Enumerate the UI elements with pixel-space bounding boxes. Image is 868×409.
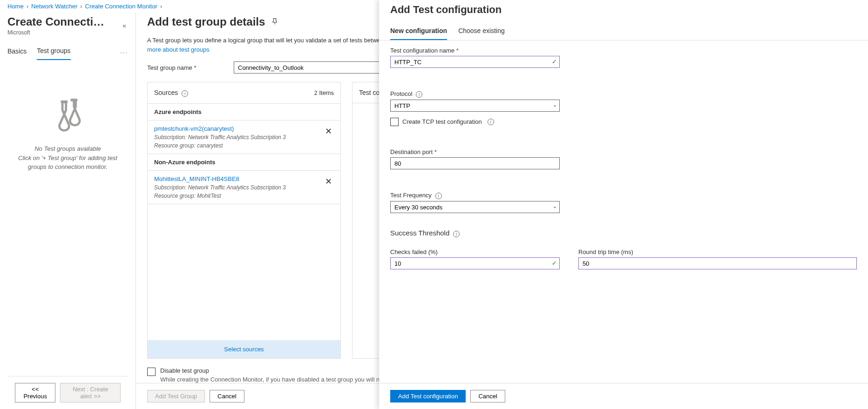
check-icon: ✓	[552, 260, 557, 267]
frequency-label: Test Frequency i	[390, 192, 560, 199]
info-icon[interactable]: i	[182, 90, 188, 97]
port-label: Destination port *	[390, 148, 560, 155]
checks-failed-input[interactable]	[390, 257, 560, 269]
endpoint-sub: Subscription: Network Traffic Analytics …	[154, 184, 286, 191]
endpoint-link[interactable]: MohittestLA_MININT-HB4SBE8	[154, 175, 286, 182]
sources-count: 2 Items	[314, 89, 334, 96]
config-name-label: Test configuration name *	[390, 47, 560, 54]
empty-text-2: Click on '+ Test group' for adding test	[18, 154, 117, 163]
empty-text-3: groups to connection monitor.	[28, 162, 108, 172]
chevron-right-icon: ›	[27, 3, 28, 10]
rtt-input[interactable]	[578, 257, 857, 269]
add-test-config-panel: Add Test configuration New configuration…	[379, 0, 868, 409]
test-group-name-label: Test group name *	[147, 64, 234, 71]
protocol-label: Protocol i	[390, 90, 560, 98]
check-icon: ✓	[552, 58, 557, 65]
svg-rect-1	[70, 99, 77, 101]
protocol-select[interactable]	[390, 100, 560, 112]
info-icon[interactable]: i	[435, 193, 442, 199]
chevron-right-icon: ›	[160, 3, 162, 10]
create-tcp-checkbox[interactable]	[390, 118, 399, 126]
section-azure-endpoints: Azure endpoints	[148, 104, 340, 121]
info-icon[interactable]: i	[488, 119, 494, 125]
add-test-config-button[interactable]: Add Test configuration	[390, 390, 466, 402]
add-test-group-button: Add Test Group	[147, 390, 205, 402]
panel-cancel-button[interactable]: Cancel	[470, 390, 505, 402]
panel-title: Add Test configuration	[379, 0, 868, 16]
endpoint-item: MohittestLA_MININT-HB4SBE8 Subscription:…	[148, 171, 340, 204]
frequency-select[interactable]	[390, 201, 560, 213]
endpoint-item: pmtestchunk-vm2(canarytest) Subscription…	[148, 121, 340, 154]
next-button: Next : Create alert >>	[60, 383, 121, 402]
endpoint-link[interactable]: pmtestchunk-vm2(canarytest)	[154, 125, 286, 132]
cancel-button[interactable]: Cancel	[210, 390, 244, 402]
config-name-input[interactable]	[390, 56, 560, 68]
empty-text-1: No Test groups available	[34, 144, 101, 154]
endpoint-sub: Subscription: Network Traffic Analytics …	[154, 134, 286, 141]
page-title: Create Connection…	[7, 15, 110, 28]
chevron-down-icon: ⌄	[553, 203, 557, 209]
more-icon[interactable]: ···	[120, 49, 128, 56]
success-threshold-label: Success Threshold i	[390, 229, 857, 237]
pin-icon[interactable]	[271, 18, 278, 26]
remove-endpoint-button[interactable]: ✕	[323, 175, 334, 188]
disable-test-group-checkbox[interactable]	[147, 368, 156, 376]
sources-label: Sources i	[154, 89, 188, 97]
rtt-label: Round trip time (ms)	[578, 248, 857, 255]
breadcrumb-network-watcher[interactable]: Network Watcher	[31, 3, 77, 10]
tab-choose-existing[interactable]: Choose existing	[458, 27, 505, 40]
empty-state: No Test groups available Click on '+ Tes…	[7, 60, 128, 376]
left-panel: Create Connection… Microsoft « Basics Te…	[0, 13, 136, 409]
tab-basics[interactable]: Basics	[7, 45, 27, 60]
checks-failed-label: Checks failed (%)	[390, 248, 560, 255]
previous-button[interactable]: << Previous	[15, 383, 55, 402]
page-subtitle: Microsoft	[7, 29, 110, 36]
create-tcp-label: Create TCP test configuration	[402, 118, 482, 125]
breadcrumb-create-cm[interactable]: Create Connection Monitor	[85, 3, 157, 10]
mid-title: Add test group details	[147, 15, 265, 28]
remove-endpoint-button[interactable]: ✕	[323, 125, 334, 137]
info-icon[interactable]: i	[453, 231, 460, 237]
svg-rect-0	[61, 101, 68, 103]
endpoint-rg: Resource group: MohitTest	[154, 193, 286, 199]
collapse-icon[interactable]: «	[121, 20, 128, 31]
chevron-right-icon: ›	[80, 3, 82, 10]
select-sources-button[interactable]: Select sources	[148, 340, 340, 358]
info-icon[interactable]: i	[416, 91, 422, 98]
chevron-down-icon: ⌄	[553, 102, 557, 108]
tab-test-groups[interactable]: Test groups	[37, 44, 70, 60]
tab-new-configuration[interactable]: New configuration	[390, 27, 447, 40]
section-nonazure-endpoints: Non-Azure endpoints	[148, 154, 340, 171]
port-input[interactable]	[390, 157, 560, 169]
breadcrumb-home[interactable]: Home	[7, 3, 24, 10]
sources-box: Sources i 2 Items Azure endpoints pmtest…	[147, 82, 341, 359]
flask-icon	[46, 98, 90, 135]
endpoint-rg: Resource group: canarytest	[154, 142, 286, 149]
